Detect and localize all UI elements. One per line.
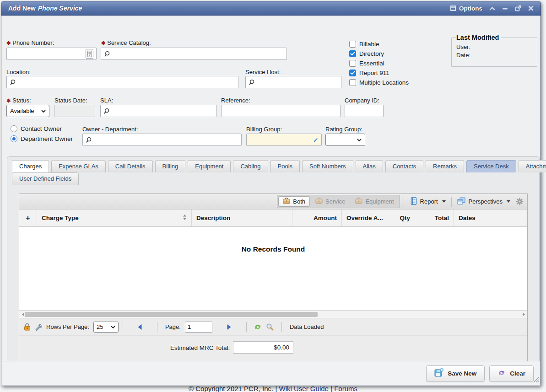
column-header-override-amount[interactable]: Override A... xyxy=(342,209,391,226)
status-select[interactable]: Available xyxy=(6,105,49,117)
column-header-total[interactable]: Total xyxy=(415,209,454,226)
next-page-button[interactable] xyxy=(225,322,234,332)
charges-grid: Both Service Equipment xyxy=(19,193,528,366)
rating-group-select[interactable] xyxy=(325,134,365,146)
service-catalog-field[interactable] xyxy=(101,48,287,60)
chevron-down-icon xyxy=(357,136,362,143)
radio-circle[interactable] xyxy=(11,135,17,142)
radio-contact-owner[interactable]: Contact Owner xyxy=(11,125,62,132)
scope-equipment-button[interactable]: Equipment xyxy=(351,196,398,207)
save-new-button[interactable]: Save New xyxy=(426,365,485,382)
page-number-input[interactable] xyxy=(185,322,212,333)
column-header-charge-type[interactable]: Charge Type xyxy=(37,209,192,226)
options-list-icon xyxy=(450,5,456,11)
tab-user-defined-fields[interactable]: User Defined Fields xyxy=(12,172,79,185)
column-header-description[interactable]: Description xyxy=(192,209,292,226)
tab-expense-glas[interactable]: Expense GLAs xyxy=(51,160,106,172)
dialog-footer: Save New Clear xyxy=(1,361,541,386)
popout-icon[interactable] xyxy=(515,5,521,11)
checkbox-box[interactable] xyxy=(349,79,356,86)
collapse-chevron-icon[interactable] xyxy=(489,6,495,11)
phone-number-input[interactable] xyxy=(10,48,86,59)
sla-input[interactable] xyxy=(112,105,213,117)
tab-service-desk[interactable]: Service Desk xyxy=(466,160,516,172)
close-icon[interactable] xyxy=(528,5,534,11)
report-button[interactable]: Report xyxy=(408,196,448,207)
radio-department-owner[interactable]: Department Owner xyxy=(11,135,73,142)
company-id-input[interactable] xyxy=(348,105,380,117)
titlebar: Add NewPhone Service Options xyxy=(1,1,541,16)
tab-call-details[interactable]: Call Details xyxy=(108,160,153,172)
reference-field[interactable] xyxy=(221,105,341,117)
add-charge-column-header[interactable]: + xyxy=(19,209,37,226)
scope-both-button[interactable]: Both xyxy=(278,196,310,207)
column-header-amount[interactable]: Amount xyxy=(292,209,342,226)
tab-equipment[interactable]: Equipment xyxy=(188,160,231,172)
tab-soft-numbers[interactable]: Soft Numbers xyxy=(302,160,353,172)
sla-field[interactable] xyxy=(100,105,216,117)
service-host-field[interactable] xyxy=(245,76,341,88)
options-button[interactable]: Options xyxy=(450,5,482,12)
owner-department-input[interactable] xyxy=(94,134,238,145)
checkbox-box[interactable] xyxy=(349,60,356,67)
wrench-icon[interactable] xyxy=(35,323,42,331)
owner-department-field[interactable] xyxy=(82,134,242,146)
grid-header-row: + Charge Type Description Amount Overrid… xyxy=(19,209,527,227)
last-modified-user-label: User: xyxy=(456,43,532,50)
clear-button[interactable]: Clear xyxy=(489,365,534,382)
resize-grip[interactable] xyxy=(533,376,539,385)
checkbox-billable[interactable]: Billable xyxy=(349,41,379,48)
tab-contacts[interactable]: Contacts xyxy=(385,160,423,172)
tab-billing[interactable]: Billing xyxy=(155,160,186,172)
checkbox-report-911[interactable]: Report 911 xyxy=(349,70,389,76)
checkbox-box[interactable] xyxy=(349,50,356,57)
column-header-dates[interactable]: Dates xyxy=(454,209,527,226)
reference-input[interactable] xyxy=(224,105,337,117)
scroll-right-arrow-icon[interactable] xyxy=(520,311,527,318)
dialog-body: ✱Phone Number: ✱Service Catalog: Billabl… xyxy=(1,16,541,386)
checkbox-box[interactable] xyxy=(349,70,356,76)
company-id-label: Company ID: xyxy=(345,97,379,104)
previous-page-button[interactable] xyxy=(135,322,145,332)
checkbox-box[interactable] xyxy=(349,41,356,48)
radio-circle[interactable] xyxy=(11,125,17,132)
search-grid-icon[interactable] xyxy=(266,323,274,331)
checkbox-essential[interactable]: Essential xyxy=(349,60,384,67)
tab-charges[interactable]: Charges xyxy=(12,160,49,172)
tab-attachments[interactable]: Attachments xyxy=(519,160,546,172)
column-header-qty[interactable]: Qty xyxy=(391,209,415,226)
search-icon xyxy=(103,108,110,114)
scope-both-label: Both xyxy=(293,198,305,205)
service-host-input[interactable] xyxy=(257,76,338,88)
tab-cabling[interactable]: Cabling xyxy=(233,160,268,172)
sort-icon[interactable] xyxy=(183,214,187,222)
status-date-label: Status Date: xyxy=(54,97,87,104)
phone-number-field[interactable] xyxy=(6,48,97,60)
tab-pools[interactable]: Pools xyxy=(270,160,300,172)
page-background: © Copyright 2021 PCR, Inc. | Wiki User G… xyxy=(0,0,546,392)
company-id-field[interactable] xyxy=(345,105,384,117)
location-input[interactable] xyxy=(18,76,235,88)
tab-remarks[interactable]: Remarks xyxy=(426,160,464,172)
lock-icon[interactable] xyxy=(24,323,31,331)
service-catalog-input[interactable] xyxy=(113,48,284,59)
horizontal-scrollbar[interactable] xyxy=(19,310,527,318)
checkbox-multiple-locations[interactable]: Multiple Locations xyxy=(349,79,409,86)
rows-per-page-select[interactable]: 25 xyxy=(93,322,119,333)
chevron-down-icon xyxy=(111,323,115,330)
minimize-icon[interactable] xyxy=(502,6,508,11)
gear-icon[interactable] xyxy=(516,198,524,205)
tab-alias[interactable]: Alias xyxy=(356,160,383,172)
perspectives-button[interactable]: Perspectives xyxy=(455,196,512,207)
last-modified-date-label: Date: xyxy=(456,52,532,59)
billing-group-field[interactable] xyxy=(246,134,322,146)
scrollbar-thumb[interactable] xyxy=(25,312,318,317)
location-field[interactable] xyxy=(6,76,238,88)
pencil-icon[interactable] xyxy=(313,137,319,143)
refresh-icon[interactable] xyxy=(254,323,262,331)
phone-lookup-icon[interactable] xyxy=(86,49,93,59)
chevron-down-icon xyxy=(442,200,446,203)
checkbox-directory[interactable]: Directory xyxy=(349,50,384,57)
scope-service-button[interactable]: Service xyxy=(311,196,350,207)
report-label: Report xyxy=(420,198,438,205)
